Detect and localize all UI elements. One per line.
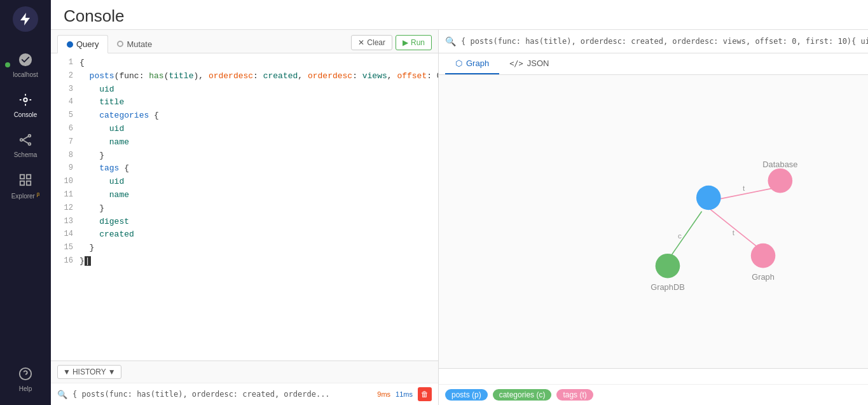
code-line-15: 15 }	[51, 242, 438, 255]
svg-rect-14	[27, 181, 31, 185]
code-line-6: 6 uid	[51, 123, 438, 136]
svg-line-9	[22, 137, 28, 141]
result-toolbar: 🔍 { posts(func: has(title), orderdesc: c…	[439, 30, 868, 53]
tab-mutate[interactable]: Mutate	[108, 35, 161, 53]
graph-tab-icon: ⬡	[455, 58, 462, 68]
history-delete-button[interactable]: 🗑	[418, 387, 432, 401]
timing-badge-2[interactable]: 11ms	[396, 390, 413, 398]
svg-line-10	[22, 140, 28, 144]
graph-canvas: t t c Database Graph	[439, 75, 868, 368]
schema-icon	[17, 131, 34, 149]
localhost-icon	[17, 51, 34, 69]
legend-bar: posts (p) categories (c) tags (t)	[439, 384, 868, 405]
help-label: Help	[19, 385, 32, 392]
legend-posts[interactable]: posts (p)	[445, 389, 488, 401]
chevron-down-icon-2: ▼	[108, 367, 116, 376]
json-tab-icon: </>	[509, 59, 523, 68]
tab-query[interactable]: Query	[57, 35, 108, 53]
node-database[interactable]	[768, 168, 793, 193]
help-icon	[17, 365, 34, 383]
svg-point-7	[29, 135, 31, 137]
code-line-5: 5 categories {	[51, 109, 438, 123]
console-icon	[17, 91, 34, 109]
svg-rect-13	[20, 181, 24, 185]
schema-label: Schema	[14, 151, 38, 158]
main-content: Console Query Mutate ✕ Clear	[51, 0, 868, 405]
query-tabs: Query Mutate ✕ Clear ▶ Run	[51, 30, 438, 53]
code-line-14: 14 created	[51, 228, 438, 242]
logo-icon	[18, 11, 33, 27]
online-dot	[5, 62, 10, 67]
run-button[interactable]: ▶ Run	[396, 35, 432, 50]
svg-point-6	[20, 139, 23, 141]
node-graphdb[interactable]	[656, 254, 680, 278]
code-line-3: 3 uid	[51, 83, 438, 97]
play-icon: ▶	[403, 38, 408, 47]
graph-svg: t t c Database Graph	[439, 75, 868, 368]
code-line-1: 1 {	[51, 57, 438, 70]
sidebar: localhost Console Schema Explorer β Help	[0, 0, 51, 405]
page-header: Console	[51, 0, 868, 30]
app-logo[interactable]	[13, 6, 38, 32]
sidebar-item-schema[interactable]: Schema	[0, 125, 51, 165]
localhost-label: localhost	[13, 71, 38, 78]
history-button[interactable]: ▼ HISTORY ▼	[57, 365, 121, 379]
svg-point-8	[29, 143, 31, 146]
mutate-tab-label: Mutate	[127, 39, 152, 49]
history-query-row: 🔍 { posts(func: has(title), orderdesc: c…	[51, 383, 438, 405]
tab-graph[interactable]: ⬡ Graph	[445, 53, 499, 74]
status-bar: Showing 4 nodes and 3 edges	[439, 368, 868, 384]
edge-label-t1: t	[743, 184, 745, 192]
sidebar-item-localhost[interactable]: localhost	[0, 45, 51, 85]
chevron-down-icon: ▼	[63, 367, 71, 376]
code-line-9: 9 tags {	[51, 162, 438, 175]
right-panel: 🔍 { posts(func: has(title), orderdesc: c…	[439, 30, 868, 405]
result-tabs: ⬡ Graph </> JSON	[439, 53, 868, 75]
code-line-2: 2 posts(func: has(title), orderdesc: cre…	[51, 70, 438, 83]
trash-icon: 🗑	[421, 390, 429, 399]
node-posts[interactable]	[696, 186, 721, 210]
query-tab-label: Query	[76, 39, 99, 49]
code-line-10: 10 uid	[51, 175, 438, 189]
history-bar: ▼ HISTORY ▼	[51, 360, 438, 383]
timing-badge-1[interactable]: 9ms	[377, 390, 390, 398]
explorer-icon	[17, 171, 34, 189]
history-query-text: { posts(func: has(title), orderdesc: cre…	[72, 390, 372, 399]
query-radio	[67, 41, 73, 48]
sidebar-item-explorer[interactable]: Explorer β	[0, 165, 51, 206]
code-line-12: 12 }	[51, 202, 438, 216]
sidebar-item-console[interactable]: Console	[0, 85, 51, 125]
page-title: Console	[64, 6, 855, 26]
code-line-4: 4 title	[51, 96, 438, 109]
edge-label-c: c	[678, 231, 682, 240]
code-editor[interactable]: 1 { 2 posts(func: has(title), orderdesc:…	[51, 53, 438, 360]
json-tab-label: JSON	[527, 58, 549, 68]
code-line-11: 11 name	[51, 189, 438, 202]
node-label-graph: Graph	[752, 272, 775, 282]
console-label: Console	[14, 111, 38, 118]
sidebar-item-help[interactable]: Help	[0, 359, 51, 399]
mutate-radio	[117, 41, 123, 47]
tab-json[interactable]: </> JSON	[499, 53, 559, 74]
tab-actions: ✕ Clear ▶ Run	[351, 35, 432, 53]
clear-button[interactable]: ✕ Clear	[351, 35, 392, 50]
legend-tags[interactable]: tags (t)	[556, 389, 593, 401]
left-panel: Query Mutate ✕ Clear ▶ Run	[51, 30, 439, 405]
svg-rect-12	[27, 175, 31, 179]
code-line-13: 13 digest	[51, 216, 438, 229]
x-icon: ✕	[358, 38, 364, 47]
code-line-16: 16 }|	[51, 255, 438, 268]
code-line-7: 7 name	[51, 136, 438, 149]
svg-point-1	[24, 98, 27, 102]
result-query-text: { posts(func: has(title), orderdesc: cre…	[461, 37, 868, 46]
edge-posts-graphdb	[671, 211, 701, 256]
history-search-icon: 🔍	[57, 390, 67, 399]
node-label-graphdb: GraphDB	[651, 282, 685, 292]
node-label-database: Database	[762, 160, 797, 169]
graph-tab-label: Graph	[466, 58, 489, 68]
legend-categories[interactable]: categories (c)	[493, 389, 552, 401]
result-search-icon: 🔍	[445, 36, 456, 46]
node-graph[interactable]	[751, 244, 776, 268]
edge-label-t2: t	[733, 228, 735, 237]
code-line-8: 8 }	[51, 149, 438, 163]
